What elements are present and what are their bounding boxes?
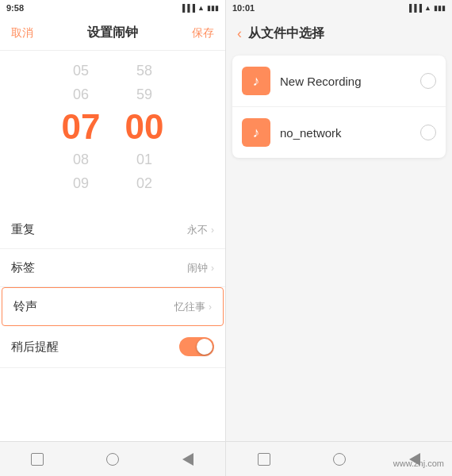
left-bottom-nav — [0, 441, 225, 476]
r-square-icon — [258, 453, 270, 466]
ringtone-value: 忆往事 › — [174, 300, 212, 314]
square-icon — [31, 453, 44, 466]
nav-back-button[interactable] — [177, 448, 199, 470]
snooze-label: 稍后提醒 — [11, 340, 59, 355]
repeat-label: 重复 — [11, 222, 35, 237]
header-left: 取消 设置闹钟 保存 — [0, 16, 225, 51]
status-bar-left: 9:58 ▐▐▐ ▲ ▮▮▮ — [0, 0, 225, 16]
status-bar-right: 10:01 ▐▐▐ ▲ ▮▮▮ — [226, 0, 452, 16]
music-note-icon: ♪ — [253, 73, 260, 90]
signal-icon: ▐▐▐ — [180, 4, 195, 12]
repeat-chevron-icon: › — [211, 225, 214, 236]
label-setting[interactable]: 标签 闹钟 › — [0, 249, 225, 287]
file-list: ♪ New Recording ♪ no_network — [232, 56, 446, 158]
label-label: 标签 — [11, 260, 35, 275]
right-status-time: 10:01 — [232, 3, 255, 13]
right-panel: 10:01 ▐▐▐ ▲ ▮▮▮ ‹ 从文件中选择 ♪ New Recording… — [226, 0, 452, 476]
settings-list: 重复 永不 › 标签 闹钟 › 铃声 忆往事 › 稍后提醒 — [0, 211, 225, 441]
r-nav-home-button[interactable] — [328, 448, 350, 470]
watermark: www.znj.com — [393, 459, 444, 468]
hour-plus1: 08 — [73, 148, 89, 171]
label-chevron-icon: › — [211, 263, 214, 274]
ringtone-label: 铃声 — [13, 299, 37, 314]
header-right: ‹ 从文件中选择 — [226, 16, 452, 51]
snooze-setting[interactable]: 稍后提醒 — [0, 326, 225, 368]
left-status-time: 9:58 — [6, 3, 24, 13]
right-status-icons: ▐▐▐ ▲ ▮▮▮ — [407, 4, 446, 12]
file-item-new-recording[interactable]: ♪ New Recording — [232, 56, 446, 107]
music-icon-no-network: ♪ — [242, 118, 270, 147]
ringtone-chevron-icon: › — [209, 301, 212, 313]
r-wifi-icon: ▲ — [424, 4, 431, 12]
label-value-text: 闹钟 — [187, 261, 208, 275]
hour-selected: 07 — [62, 106, 101, 148]
no-network-radio[interactable] — [420, 125, 436, 140]
cancel-button[interactable]: 取消 — [11, 26, 33, 40]
hour-minus1: 06 — [73, 83, 89, 106]
r-circle-icon — [333, 453, 346, 466]
snooze-toggle[interactable] — [179, 337, 214, 356]
left-panel: 9:58 ▐▐▐ ▲ ▮▮▮ 取消 设置闹钟 保存 05 06 07 08 09… — [0, 0, 226, 476]
min-minus2: 58 — [136, 59, 152, 83]
right-page-title: 从文件中选择 — [248, 25, 324, 42]
left-status-icons: ▐▐▐ ▲ ▮▮▮ — [180, 4, 219, 12]
hour-minus2: 05 — [73, 59, 89, 83]
time-picker[interactable]: 05 06 07 08 09 58 59 00 01 02 — [0, 51, 225, 203]
time-picker-inner: 05 06 07 08 09 58 59 00 01 02 — [0, 51, 225, 203]
r-nav-square-button[interactable] — [253, 448, 275, 470]
r-signal-icon: ▐▐▐ — [407, 4, 422, 12]
repeat-value-text: 永不 — [187, 223, 208, 237]
nav-square-button[interactable] — [26, 448, 48, 470]
min-selected: 00 — [125, 106, 164, 148]
hours-column[interactable]: 05 06 07 08 09 — [49, 59, 113, 195]
back-button[interactable]: ‹ — [237, 25, 242, 42]
circle-icon — [106, 453, 119, 466]
music-note-icon-2: ♪ — [253, 125, 260, 141]
repeat-value: 永不 › — [187, 223, 214, 237]
save-button[interactable]: 保存 — [192, 26, 214, 40]
minutes-column[interactable]: 58 59 00 01 02 — [113, 59, 176, 195]
new-recording-radio[interactable] — [420, 73, 436, 89]
hour-plus2: 09 — [73, 171, 89, 195]
left-page-title: 设置闹钟 — [87, 25, 138, 41]
back-icon — [182, 453, 193, 466]
music-icon-new-recording: ♪ — [242, 67, 270, 95]
ringtone-value-text: 忆往事 — [174, 300, 205, 314]
repeat-setting[interactable]: 重复 永不 › — [0, 211, 225, 249]
r-battery-icon: ▮▮▮ — [434, 4, 446, 12]
wifi-icon: ▲ — [197, 4, 205, 12]
min-plus2: 02 — [136, 171, 152, 195]
min-minus1: 59 — [136, 83, 152, 106]
label-value: 闹钟 › — [187, 261, 214, 275]
nav-home-button[interactable] — [102, 448, 124, 470]
file-item-no-network[interactable]: ♪ no_network — [232, 107, 446, 158]
ringtone-setting[interactable]: 铃声 忆往事 › — [2, 287, 224, 326]
battery-icon: ▮▮▮ — [207, 4, 219, 12]
min-plus1: 01 — [136, 148, 152, 171]
no-network-name: no_network — [280, 126, 420, 140]
new-recording-name: New Recording — [280, 75, 420, 88]
